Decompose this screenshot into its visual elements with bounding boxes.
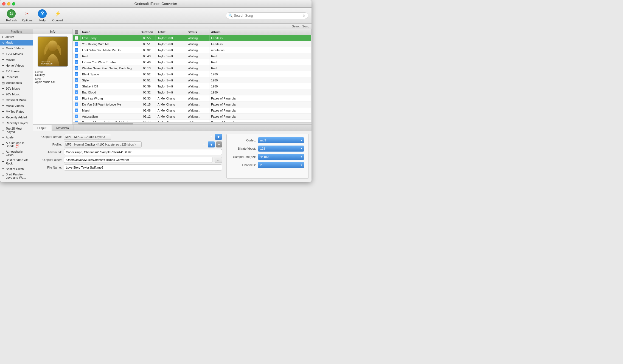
output-format-dropdown-btn[interactable]: ▼ <box>215 134 222 140</box>
profile-dropdown-btn[interactable]: ▼ <box>208 141 215 147</box>
table-cell: A-Mei Chang <box>156 120 186 122</box>
table-row[interactable]: ✓Look What You Made Me Do03:32Taylor Swi… <box>73 47 312 53</box>
table-row[interactable]: ✓Style03:51Taylor SwiftWaiting...1989 <box>73 77 312 83</box>
options-button[interactable]: ✂ Options <box>19 8 35 23</box>
table-row[interactable]: ✓Shake It Off03:39Taylor SwiftWaiting...… <box>73 83 312 89</box>
select-all-checkbox[interactable]: − <box>75 30 78 34</box>
table-cell: Waiting... <box>186 65 209 71</box>
browse-button[interactable]: ... <box>215 157 222 163</box>
profile-minus-btn[interactable]: − <box>216 141 222 147</box>
sidebar-item-atmospheric[interactable]: ✦ Atmospheric Glitch <box>0 149 33 158</box>
horizontal-scrollbar[interactable] <box>73 122 312 124</box>
table-row[interactable]: ✓Blank Space03:52Taylor SwiftWaiting...1… <box>73 71 312 77</box>
row-checkbox[interactable]: ✓ <box>73 65 80 71</box>
row-checkbox[interactable]: ✓ <box>73 83 80 89</box>
sidebar-item-top25[interactable]: ✦ Top 25 Most Played <box>0 126 33 135</box>
sidebar-item-brad[interactable]: ✦ Brad Paisley - Love and Wa... <box>0 172 33 180</box>
row-checkbox[interactable]: ✓ <box>73 53 80 59</box>
sidebar-item-music[interactable]: ♫ Music <box>0 40 33 46</box>
row-checkbox[interactable]: ✓ <box>73 113 80 119</box>
sidebar-item-audiobooks[interactable]: ▤ Audiobooks <box>0 80 33 86</box>
table-row[interactable]: ✓Red03:43Taylor SwiftWaiting...Red <box>73 53 312 59</box>
row-checkbox[interactable]: ✓ <box>73 95 80 101</box>
row-checkbox[interactable]: ✓ <box>73 101 80 107</box>
minimize-button[interactable] <box>7 2 10 5</box>
sidebar-item-music-videos-2[interactable]: ✦ Music Videos <box>0 103 33 109</box>
row-checkbox[interactable]: ✓ <box>73 107 80 113</box>
sidebar-item-90s-2[interactable]: ✦ 90's Music <box>0 92 33 97</box>
sidebar-item-recently-added[interactable]: ✦ Recently Added <box>0 115 33 120</box>
table-row[interactable]: ✓Autosadism05:12A-Mei ChangWaiting...Fac… <box>73 113 312 120</box>
sidebar-item-label: 90's Music <box>6 93 20 96</box>
sidebar: Playlists ♪ Library ♫ Music ✦ Music Vide… <box>0 29 33 182</box>
bitrate-select[interactable]: 128 <box>258 146 304 152</box>
help-button[interactable]: ? Help <box>35 8 49 23</box>
row-checkbox[interactable]: ✓ <box>73 47 80 53</box>
row-checkbox[interactable]: ✓ <box>73 41 80 47</box>
sidebar-item-library[interactable]: ♪ Library <box>0 34 33 40</box>
tab-output[interactable]: Output: <box>33 125 52 131</box>
row-checkbox[interactable]: ✓ <box>73 35 80 41</box>
table-cell: Red <box>209 65 312 71</box>
samplerate-select[interactable]: 44100 <box>258 154 304 160</box>
sidebar-item-recently-played[interactable]: ✦ Recently Played <box>0 120 33 126</box>
advanced-input[interactable] <box>64 149 222 155</box>
table-row[interactable]: ✓Bad Blood03:32Taylor SwiftWaiting...198… <box>73 89 312 95</box>
sidebar-item-my-top-rated[interactable]: ✦ My Top Rated <box>0 109 33 115</box>
sidebar-item-adele[interactable]: ✦ Adele <box>0 135 33 140</box>
sidebar-item-carly[interactable]: ✦ Carly Simon - Chimes of... <box>0 180 33 182</box>
sidebar-item-home-videos[interactable]: ✦ Home Videos <box>0 63 33 69</box>
table-row[interactable]: ✓I Knew You Were Trouble03:40Taylor Swif… <box>73 59 312 65</box>
codec-select[interactable]: mp3 <box>258 137 304 143</box>
table-cell: Taylor Swift <box>156 59 186 65</box>
table-row[interactable]: ✓Do You Still Want to Love Me06:15A-Mei … <box>73 101 312 107</box>
table-row[interactable]: ✓Love Story03:55Taylor SwiftWaiting...Fe… <box>73 35 312 41</box>
row-checkbox[interactable]: ✓ <box>73 71 80 77</box>
scrollbar-thumb[interactable] <box>78 123 133 124</box>
table-cell: 03:40 <box>138 59 156 65</box>
playlist-icon: ✦ <box>2 115 4 119</box>
search-clear-icon[interactable]: ✕ <box>302 13 306 18</box>
profile-select-wrap: MP3 - Normal Quality( 44100 Hz, stereo ,… <box>64 141 222 147</box>
output-format-select[interactable]: MP3 - MPEG-1 Audio Layer 3 <box>64 134 111 140</box>
channels-select[interactable]: 2 <box>258 162 304 168</box>
tab-metadata[interactable]: Metadata <box>52 125 74 131</box>
table-row[interactable]: ✓Faces of Paranoia (feat. Soft Lipa)04:1… <box>73 120 312 122</box>
table-row[interactable]: ✓We Are Never Ever Getting Back Tog...03… <box>73 65 312 71</box>
row-checkbox[interactable]: ✓ <box>73 89 80 95</box>
search-input[interactable] <box>234 14 302 18</box>
sidebar-item-podcasts[interactable]: ◉ Podcasts <box>0 74 33 80</box>
sidebar-item-best70s[interactable]: ✦ Best of '70s Soft Rock <box>0 158 33 166</box>
sidebar-item-tv-movies[interactable]: ✦ TV & Movies <box>0 51 33 57</box>
refresh-label: Refresh <box>6 19 17 22</box>
profile-select[interactable]: MP3 - Normal Quality( 44100 Hz, stereo ,… <box>64 141 142 147</box>
search-column-label: Search Song <box>229 24 312 29</box>
row-checkbox[interactable]: ✓ <box>73 77 80 83</box>
th-checkbox[interactable]: − <box>73 29 80 35</box>
table-cell: Faces of Paranoia <box>209 101 312 107</box>
file-name-input[interactable] <box>64 164 222 170</box>
genre-label: Genre <box>35 70 70 73</box>
sidebar-item-classical[interactable]: ✦ Classical Music <box>0 97 33 103</box>
maximize-button[interactable] <box>12 2 15 5</box>
table-cell: 03:13 <box>138 65 156 71</box>
refresh-button[interactable]: ↻ Refresh <box>3 8 19 23</box>
row-checkbox[interactable]: ✓ <box>73 59 80 65</box>
sidebar-item-movies[interactable]: ✦ Movies <box>0 57 33 63</box>
sidebar-item-tv-shows[interactable]: ✦ TV Shows <box>0 69 33 74</box>
close-button[interactable] <box>2 2 5 5</box>
file-name-row: File Name: <box>36 164 222 170</box>
sidebar-item-music-videos[interactable]: ✦ Music Videos <box>0 46 33 51</box>
sidebar-item-al-cien[interactable]: ✦ Al Cien con la Banda 💯 <box>0 140 33 149</box>
checkbox-icon: ✓ <box>75 66 78 70</box>
row-checkbox[interactable]: ✓ <box>73 120 80 122</box>
output-folder-input[interactable] <box>64 157 212 163</box>
table-row[interactable]: ✓You Belong With Me03:51Taylor SwiftWait… <box>73 41 312 47</box>
sidebar-item-90s-1[interactable]: ✦ 90's Music <box>0 86 33 92</box>
table-row[interactable]: ✓March03:48A-Mei ChangWaiting...Faces of… <box>73 107 312 113</box>
playlist-icon: ✦ <box>2 121 4 125</box>
table-row[interactable]: ✓Right as Wrong03:33A-Mei ChangWaiting..… <box>73 95 312 101</box>
convert-button[interactable]: ⚡ Convert <box>49 8 66 23</box>
sidebar-item-best-glitch[interactable]: ✦ Best of Glitch <box>0 166 33 172</box>
channels-label: Channels: <box>231 163 256 167</box>
